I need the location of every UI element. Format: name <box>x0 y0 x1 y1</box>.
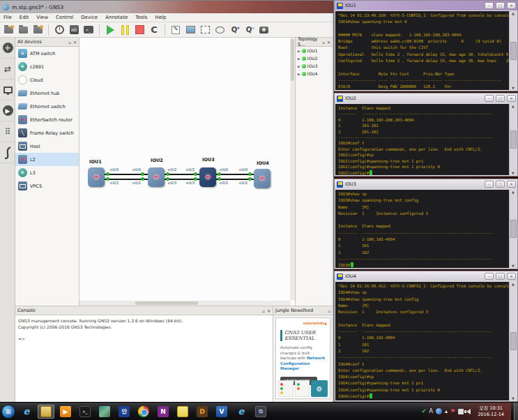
close-panel-icon[interactable]: ✕ <box>73 40 77 45</box>
scroll-up-icon[interactable]: ▲ <box>512 104 515 108</box>
browse-security-devices-button[interactable]: ▶ <box>0 100 15 121</box>
zoom-in-icon[interactable]: Q+ <box>229 24 240 36</box>
draw-rectangle-icon[interactable] <box>199 24 211 36</box>
device-item-frame-relay-switch[interactable]: ╲ Frame Relay switch <box>15 126 79 140</box>
maximize-icon[interactable]: □ <box>496 273 505 280</box>
browse-switches-button[interactable]: ⇄ <box>0 59 15 80</box>
close-icon[interactable]: ✕ <box>507 2 516 9</box>
screenshot-icon[interactable] <box>258 24 269 36</box>
menu-file[interactable]: File <box>3 15 12 20</box>
terminal-scrollbar[interactable]: ▲▼ <box>509 282 517 400</box>
node-iou1[interactable]: ✳ <box>88 167 105 187</box>
terminal-iou2-screen[interactable]: Instance Vlans mapped -------- ---------… <box>335 104 517 175</box>
expand-arrow-icon[interactable]: ▶ <box>298 72 300 76</box>
ime-language-icon[interactable]: A <box>429 408 433 414</box>
topology-item-iou1[interactable]: ▶ IOU1 <box>296 47 333 54</box>
ime-mode-icon[interactable] <box>436 408 442 414</box>
antivirus-tray-icon[interactable]: ✔ <box>422 408 427 414</box>
node-iou4[interactable]: ✳ <box>254 169 271 188</box>
scroll-down-icon[interactable]: ▼ <box>512 86 515 90</box>
terminal-iou2-titlebar[interactable]: IOU2 – □ ✕ <box>335 93 517 103</box>
menu-help[interactable]: Help <box>155 15 166 20</box>
float-panel-icon[interactable]: ▫ <box>262 308 265 313</box>
close-icon[interactable]: ✕ <box>507 95 516 102</box>
expand-arrow-icon[interactable]: ▶ <box>298 64 300 68</box>
device-item-etherswitch-router[interactable]: ✳ EtherSwitch router <box>15 113 79 126</box>
terminal-iou4-titlebar[interactable]: IOU4 – □ ✕ <box>335 271 517 281</box>
add-note-icon[interactable] <box>170 24 181 36</box>
console-connect-icon[interactable]: >_ <box>83 24 94 36</box>
add-link-button[interactable] <box>0 142 15 163</box>
terminal-scrollbar[interactable]: ▲▼ <box>509 190 517 268</box>
canvas-horizontal-scrollbar[interactable] <box>79 301 291 306</box>
console-output[interactable]: GNS3 management console. Running GNS3 ve… <box>15 315 273 342</box>
terminal-scrollbar[interactable]: ▲▼ <box>509 104 517 175</box>
volume-icon[interactable] <box>466 409 471 414</box>
taskbar-hangul[interactable]: 안 <box>116 405 132 419</box>
taskbar-gns3[interactable] <box>96 405 113 419</box>
device-item-cloud[interactable]: Cloud <box>15 73 79 87</box>
device-item-atm-switch[interactable]: ✕ ATM switch <box>15 47 79 60</box>
start-devices-icon[interactable] <box>105 24 116 36</box>
action-center-icon[interactable]: ⚑ <box>450 408 455 414</box>
taskbar-sticky-notes[interactable] <box>174 405 191 419</box>
node-iou3[interactable]: ✳ <box>199 167 216 187</box>
show-hostnames-icon[interactable]: ab <box>68 24 79 36</box>
topology-item-iou2[interactable]: ▶ IOU2 <box>296 54 333 62</box>
taskbar-app-d[interactable]: D <box>194 405 211 419</box>
taskbar-v3[interactable]: V <box>213 405 230 419</box>
maximize-icon[interactable]: □ <box>496 181 505 188</box>
network-tray-icon[interactable] <box>458 409 464 414</box>
taskbar-gns3-project[interactable] <box>38 405 54 419</box>
browse-end-devices-button[interactable] <box>0 80 15 100</box>
device-item-host[interactable]: Host <box>15 140 79 153</box>
terminal-iou3-screen[interactable]: IOU3#show sp IOU3#show spanning-tree mst… <box>335 190 517 268</box>
scroll-up-icon[interactable]: ▲ <box>512 11 515 15</box>
open-project-icon[interactable] <box>17 24 29 36</box>
show-desktop-button[interactable] <box>514 403 518 420</box>
draw-ellipse-icon[interactable] <box>214 24 225 36</box>
taskbar-remote-desktop[interactable]: ⧉ <box>252 405 269 419</box>
topology-canvas[interactable]: IOU1 IOU2 IOU3 IOU4 e0/0 e0/0 e0/1 e0/1 … <box>79 38 296 306</box>
maximize-icon[interactable]: □ <box>496 95 505 102</box>
terminal-iou3-titlebar[interactable]: IOU3 – □ ✕ <box>335 179 517 189</box>
scroll-down-icon[interactable]: ▼ <box>512 264 515 268</box>
browse-routers-button[interactable]: ✛ <box>0 38 15 59</box>
minimize-icon[interactable]: – <box>485 2 494 9</box>
device-item-l2[interactable]: ✳ L2 <box>15 153 79 166</box>
device-item-l3[interactable]: ✳ L3 <box>15 166 79 179</box>
terminal-iou1-titlebar[interactable]: IOU1 – □ ✕ <box>335 1 517 10</box>
snapshot-icon[interactable] <box>54 24 65 36</box>
scroll-down-icon[interactable]: ▼ <box>512 171 515 175</box>
float-panel-icon[interactable]: ▫ <box>328 308 330 313</box>
expand-arrow-icon[interactable]: ▶ <box>298 57 300 61</box>
start-button[interactable]: ⊞ <box>1 405 15 419</box>
menu-device[interactable]: Device <box>81 15 98 20</box>
minimize-icon[interactable]: – <box>485 181 494 188</box>
device-item-c2691[interactable]: ✳ c2691 <box>15 60 79 73</box>
scroll-up-icon[interactable]: ▲ <box>512 190 515 194</box>
float-panel-icon[interactable]: ▫ <box>68 40 71 45</box>
minimize-icon[interactable]: – <box>485 95 494 102</box>
maximize-icon[interactable]: □ <box>496 2 505 9</box>
suspend-devices-icon[interactable] <box>119 24 130 36</box>
insert-image-icon[interactable] <box>185 24 196 36</box>
node-iou2[interactable]: ✳ <box>148 167 165 187</box>
float-panel-icon[interactable]: ▫ <box>322 40 325 45</box>
tray-clock[interactable]: 오전 10:31 2016-12-14 <box>473 405 508 418</box>
terminal-iou1-screen[interactable]: *Dec 14 01:23:49.338: %SYS-5-CONFIG_I: C… <box>335 11 517 90</box>
device-item-ethernet-hub[interactable]: Ethernet hub <box>15 87 79 100</box>
close-panel-icon[interactable]: ✕ <box>267 308 271 313</box>
canvas-vertical-scrollbar[interactable] <box>290 38 295 300</box>
device-item-ethernet-switch[interactable]: Ethernet switch <box>15 100 79 113</box>
close-icon[interactable]: ✕ <box>507 181 516 188</box>
device-item-vpcs[interactable]: VPCS <box>15 179 79 193</box>
topology-item-iou4[interactable]: ▶ IOU4 <box>296 70 333 77</box>
menu-edit[interactable]: Edit <box>20 15 29 20</box>
new-project-icon[interactable] <box>3 24 14 36</box>
close-panel-icon[interactable]: ✕ <box>327 40 330 45</box>
terminal-scrollbar[interactable]: ▲▼ <box>509 11 517 90</box>
scroll-up-icon[interactable]: ▲ <box>512 282 515 286</box>
save-project-icon[interactable] <box>32 24 43 36</box>
terminal-iou4-screen[interactable]: *Dec 14 01:16:58.412: %SYS-5-CONFIG_I: C… <box>335 282 517 400</box>
